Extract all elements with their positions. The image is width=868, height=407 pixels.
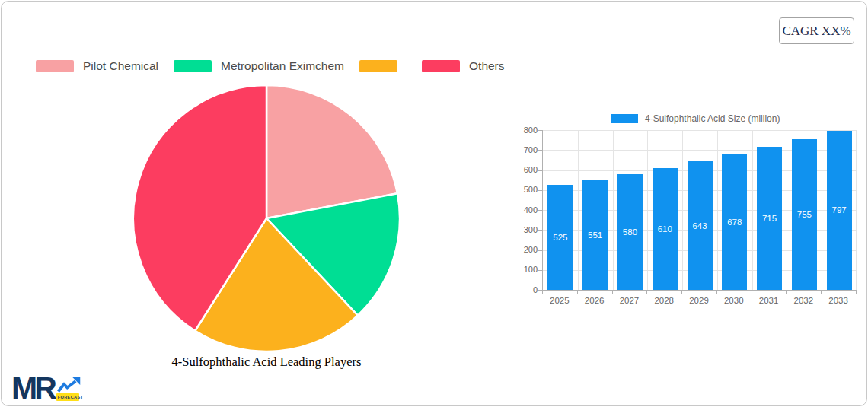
y-gridline [543,130,857,131]
y-axis-label: 800 [504,126,538,135]
bar-2032[interactable]: 755 [792,139,817,290]
bar-2026[interactable]: 551 [582,180,608,290]
bar-2028[interactable]: 610 [653,168,678,290]
bar-series-label: 4-Sulfophthalic Acid Size (million) [645,113,780,124]
legend-swatch [422,60,460,72]
pie-chart-legend: Pilot ChemicalMetropolitan EximchemOther… [36,59,520,73]
bar-value-label: 755 [797,210,812,219]
x-axis-label: 2030 [716,296,752,305]
cagr-badge[interactable]: CAGR XX% [779,17,854,44]
x-gridline [787,130,787,290]
bar-value-label: 678 [727,218,742,227]
legend-swatch [174,60,212,72]
report-card: CAGR XX% Pilot ChemicalMetropolitan Exim… [1,1,867,406]
x-axis-label: 2025 [542,296,577,305]
bar-value-label: 797 [832,205,847,215]
y-axis-tick [538,270,542,271]
bar-2031[interactable]: 715 [757,147,782,290]
x-gridline [856,130,857,290]
bar-2029[interactable]: 643 [688,161,713,290]
x-axis-label: 2026 [577,296,612,305]
x-axis-tick [786,291,787,294]
y-axis-label: 300 [504,225,538,234]
y-axis-label: 400 [504,205,538,215]
legend-item-others[interactable]: Others [422,59,505,73]
mrforecast-logo[interactable]: MR FORECAST [11,375,81,401]
y-axis-tick [538,230,542,231]
x-axis-tick [542,291,543,294]
bar-value-label: 580 [623,227,637,237]
legend-label: Others [469,59,505,73]
x-axis-tick [612,291,613,294]
y-axis-tick [538,210,542,211]
y-axis-tick [538,150,542,151]
bar-2030[interactable]: 678 [722,154,747,290]
bar-value-label: 643 [692,221,707,231]
x-gridline [578,130,579,290]
y-axis-tick [538,250,542,251]
x-axis-tick [716,291,717,294]
legend-label: Pilot Chemical [83,59,158,73]
y-axis-label: 200 [504,245,538,254]
legend-item-pilot-chemical[interactable]: Pilot Chemical [36,59,158,73]
logo-trend-arrow-icon [56,377,81,393]
y-axis-label: 500 [504,185,538,194]
x-axis-label: 2032 [786,296,821,305]
x-gridline [682,130,683,290]
pie-chart-title: 4-Sulfophthalic Acid Leading Players [131,355,402,370]
x-axis-tick [681,291,682,294]
legend-item-metropolitan-eximchem[interactable]: Metropolitan Eximchem [174,59,344,73]
y-axis-tick [538,130,542,131]
bar-chart: 4-Sulfophthalic Acid Size (million) 5255… [504,112,868,310]
x-axis-tick [577,291,578,294]
x-axis-label: 2033 [821,296,856,305]
y-axis-label: 100 [504,265,538,274]
x-gridline [822,130,822,290]
bar-value-label: 551 [588,231,602,240]
x-axis-label: 2031 [752,296,787,305]
logo-forecast-text: FORECAST [56,393,79,401]
bar-value-label: 610 [658,224,672,234]
logo-mr-text: MR [11,375,54,401]
y-axis-label: 700 [504,145,538,154]
x-axis-tick [821,291,822,294]
bar-2027[interactable]: 580 [617,174,643,290]
x-axis-label: 2028 [646,296,681,305]
x-gridline [647,130,648,290]
x-gridline [752,130,753,290]
y-axis-tick [538,190,542,191]
x-axis-tick [646,291,647,294]
legend-swatch [359,60,397,72]
x-axis-tick [856,291,857,294]
bar-plot-area: 525551580610643678715755797 [542,130,857,291]
bar-value-label: 715 [762,214,777,223]
bar-value-label: 525 [553,233,567,242]
y-axis-label: 600 [504,165,538,174]
bar-2033[interactable]: 797 [827,131,852,290]
legend-swatch [36,60,74,72]
x-axis-tick [752,291,752,294]
bar-series-swatch [611,114,638,123]
x-gridline [717,130,718,290]
x-gridline [613,130,614,290]
y-axis-label: 0 [504,285,538,294]
legend-label: Metropolitan Eximchem [221,59,344,73]
bar-2025[interactable]: 525 [547,185,573,290]
legend-item-unlabeled[interactable] [359,60,407,72]
x-axis-label: 2027 [611,296,646,305]
pie-chart[interactable] [131,83,402,354]
y-axis-tick [538,170,542,171]
x-axis-label: 2029 [681,296,716,305]
bar-chart-legend[interactable]: 4-Sulfophthalic Acid Size (million) [611,113,780,124]
